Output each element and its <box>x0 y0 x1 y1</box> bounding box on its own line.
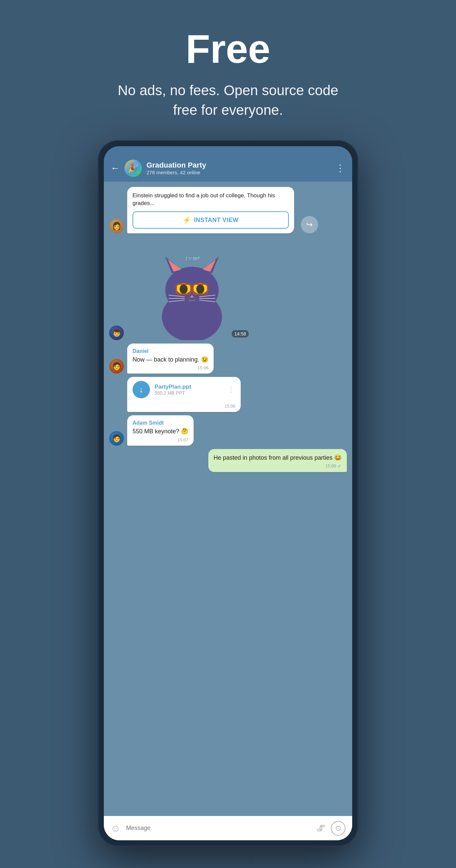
adam-message-meta: 15:07 <box>132 437 188 442</box>
sender-avatar-girl: 👩 <box>109 219 124 234</box>
back-button[interactable]: ← <box>111 163 120 173</box>
hero-subtitle: No ads, no fees. Open source code free f… <box>111 81 345 120</box>
checkmark-icon: ✓ <box>337 463 341 469</box>
chat-status: 278 members, 42 online <box>147 169 331 175</box>
adam-message-time: 15:07 <box>178 437 189 442</box>
file-download-button[interactable]: ↓ <box>132 381 150 398</box>
file-size: 550.2 MB PPT <box>155 390 223 396</box>
instant-view-label: INSTANT VIEW <box>194 217 239 224</box>
self-message-row: He pasted in photos from all previous pa… <box>104 449 352 472</box>
sender-avatar-sunglasses: 🧑 <box>109 359 124 374</box>
daniel-message-row: 🧑 Daniel Now — back to planning. 😉 15:06 <box>104 344 352 374</box>
instant-view-button[interactable]: ⚡ INSTANT VIEW <box>132 211 289 229</box>
adam-message-text: 550 MB keynote? 🤔 <box>132 427 188 436</box>
self-message-text: He pasted in photos from all previous pa… <box>214 454 341 462</box>
article-text: Einstein struggled to find a job out of … <box>127 187 294 212</box>
chat-area: 👩 Einstein struggled to find a job out o… <box>104 182 352 816</box>
more-menu-button[interactable]: ⋮ <box>335 163 345 174</box>
message-input[interactable] <box>126 825 311 832</box>
daniel-bubble: Daniel Now — back to planning. 😉 15:06 <box>127 344 214 374</box>
file-bubble-content: ↓ PartyPlan.ppt 550.2 MB PPT ⋮ <box>127 377 241 402</box>
cat-sticker <box>149 243 235 340</box>
self-message-time: 15:08 <box>325 463 336 468</box>
article-message-row: 👩 Einstein struggled to find a job out o… <box>104 187 352 234</box>
input-bar: ☺ 🖇 ⊙ <box>104 816 352 840</box>
lightning-icon: ⚡ <box>183 216 191 224</box>
daniel-sender-name: Daniel <box>132 348 208 354</box>
adam-sender-name: Adam Smidt <box>132 420 188 426</box>
sticker-container: t = πr² A = ∫ V = l³ P = 2πr A = πr² s =… <box>145 237 252 340</box>
emoji-button[interactable]: ☺ <box>111 823 121 834</box>
self-message-meta: 15:08 ✓ <box>214 463 341 469</box>
adam-bubble: Adam Smidt 550 MB keynote? 🤔 15:07 <box>127 415 193 445</box>
adam-message-row: 🧑 Adam Smidt 550 MB keynote? 🤔 15:07 <box>104 415 352 445</box>
daniel-message-time: 15:06 <box>197 365 209 370</box>
chat-avatar: 🎉 <box>124 160 142 177</box>
self-bubble: He pasted in photos from all previous pa… <box>208 449 347 472</box>
svg-point-8 <box>180 284 188 294</box>
file-info: PartyPlan.ppt 550.2 MB PPT <box>155 383 223 396</box>
chat-info: Graduation Party 278 members, 42 online <box>147 161 331 175</box>
chat-header: ← 🎉 Graduation Party 278 members, 42 onl… <box>104 156 352 182</box>
sender-avatar-guy: 👦 <box>109 326 124 340</box>
daniel-message-meta: 15:06 <box>132 365 208 370</box>
file-bubble: ↓ PartyPlan.ppt 550.2 MB PPT ⋮ 15:06 <box>127 377 241 412</box>
hero-title: Free <box>111 27 345 71</box>
hero-section: Free No ads, no fees. Open source code f… <box>98 0 358 140</box>
camera-icon: ⊙ <box>335 824 341 833</box>
chat-name: Graduation Party <box>147 161 331 169</box>
status-bar <box>104 146 352 156</box>
phone-inner: ← 🎉 Graduation Party 278 members, 42 onl… <box>104 146 352 840</box>
share-button[interactable]: ↪ <box>301 216 318 234</box>
article-card: Einstein struggled to find a job out of … <box>127 187 294 234</box>
share-icon: ↪ <box>306 220 312 229</box>
sticker-message-row: 👦 t = πr² A = ∫ V = l³ P = 2πr A = πr² s… <box>104 237 352 340</box>
download-icon: ↓ <box>139 385 143 394</box>
file-message-meta: 15:06 <box>127 404 241 412</box>
file-name: PartyPlan.ppt <box>155 383 223 390</box>
daniel-message-text: Now — back to planning. 😉 <box>132 355 208 364</box>
file-message-row: ↓ PartyPlan.ppt 550.2 MB PPT ⋮ 15:06 <box>104 377 352 412</box>
svg-point-1 <box>165 267 219 313</box>
sticker-time: 14:58 <box>232 330 249 338</box>
svg-point-9 <box>196 284 204 294</box>
attach-button[interactable]: 🖇 <box>316 823 326 834</box>
sender-avatar-hat: 🧑 <box>109 431 124 446</box>
phone-wrapper: ← 🎉 Graduation Party 278 members, 42 onl… <box>98 140 358 846</box>
file-more-button[interactable]: ⋮ <box>227 385 235 394</box>
file-message-time: 15:06 <box>224 404 235 409</box>
camera-button[interactable]: ⊙ <box>331 821 345 836</box>
phone-frame: ← 🎉 Graduation Party 278 members, 42 onl… <box>98 140 358 846</box>
